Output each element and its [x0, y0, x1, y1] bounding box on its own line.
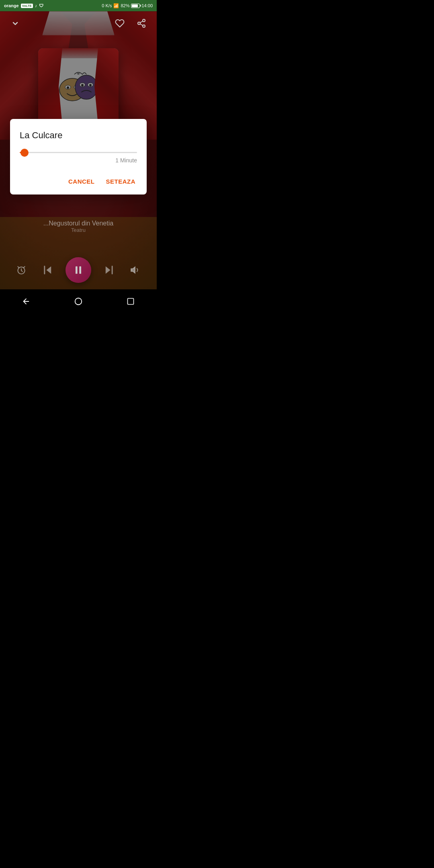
status-right: 0 K/s 📶 82% 14:00	[102, 3, 153, 8]
set-button[interactable]: SETEAZA	[104, 175, 137, 188]
svg-point-24	[75, 298, 82, 305]
back-nav-button[interactable]	[17, 293, 35, 310]
timer-slider-container	[20, 152, 137, 153]
slider-track	[20, 152, 137, 153]
recents-nav-button[interactable]	[122, 293, 139, 310]
battery-icon	[131, 4, 140, 8]
volte-badge: VoLTE	[21, 4, 33, 8]
sleep-timer-dialog: La Culcare 1 Minute CANCEL SETEAZA	[10, 119, 147, 194]
status-left: orange VoLTE ♪ 🛡	[4, 3, 43, 8]
svg-rect-25	[128, 299, 134, 305]
cancel-button[interactable]: CANCEL	[67, 175, 96, 188]
signal-icon: 📶	[113, 3, 119, 8]
slider-value-label: 1 Minute	[20, 157, 137, 164]
music-icon: ♪	[35, 3, 37, 8]
time-display: 14:00	[141, 3, 153, 8]
carrier-name: orange	[4, 3, 19, 8]
network-speed: 0 K/s	[102, 3, 112, 8]
slider-thumb[interactable]	[20, 149, 29, 157]
shield-icon: 🛡	[39, 3, 43, 8]
dialog-title: La Culcare	[20, 130, 137, 141]
status-bar: orange VoLTE ♪ 🛡 0 K/s 📶 82% 14:00	[0, 0, 157, 11]
dialog-actions: CANCEL SETEAZA	[20, 172, 137, 188]
battery-percent: 82%	[121, 3, 129, 8]
modal-overlay: La Culcare 1 Minute CANCEL SETEAZA	[0, 0, 157, 313]
nav-bar	[0, 289, 157, 313]
home-nav-button[interactable]	[70, 293, 87, 310]
